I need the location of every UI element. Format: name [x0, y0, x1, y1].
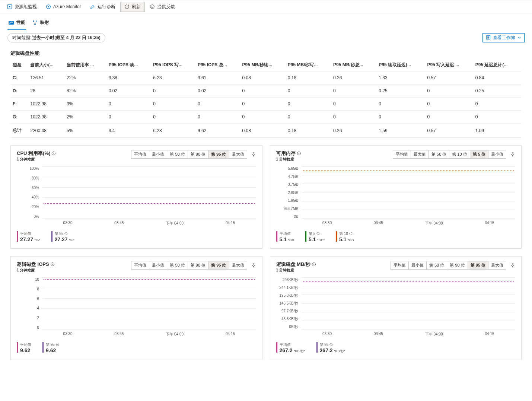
disk-cell: 0 — [151, 98, 195, 111]
legend-color-bar — [336, 231, 337, 242]
disk-cell: 0.02 — [195, 85, 240, 98]
pin-icon[interactable] — [251, 263, 256, 268]
stat-button[interactable]: 最小值 — [149, 150, 167, 158]
disk-col-header[interactable]: P95 MB/秒总... — [331, 59, 376, 71]
stat-button[interactable]: 最大值 — [488, 261, 506, 269]
disk-cell: 0.25 — [376, 85, 425, 98]
chart-title: 逻辑磁盘 IOPSi — [17, 261, 54, 268]
disk-col-header[interactable]: P95 MB/秒写... — [286, 59, 331, 71]
disk-cell: 0 — [425, 111, 473, 124]
disk-col-header[interactable]: 磁盘 — [10, 59, 28, 71]
stat-button[interactable]: 第 95 位 — [208, 261, 229, 269]
stat-button[interactable]: 平均值 — [393, 150, 411, 158]
azure-monitor-button[interactable]: Azure Monitor — [42, 2, 85, 11]
disk-col-header[interactable]: P95 写入延迟 ... — [425, 59, 473, 71]
disk-cell: C: — [10, 71, 28, 85]
stat-button[interactable]: 第 90 位 — [188, 150, 208, 158]
stat-button[interactable]: 第 50 位 — [167, 150, 188, 158]
disk-col-header[interactable]: P95 MB/秒读... — [240, 59, 286, 71]
toolbar-label: 刷新 — [132, 4, 141, 10]
stat-button[interactable]: 最小值 — [488, 150, 506, 158]
legend-color-bar — [276, 342, 277, 353]
stat-button[interactable]: 第 90 位 — [447, 261, 468, 269]
disk-cell: F: — [10, 98, 28, 111]
stat-button[interactable]: 第 90 位 — [188, 261, 208, 269]
time-range-pill[interactable]: 时间范围: 过去一小时(截至 4 月 22 日 16:25) — [7, 33, 105, 42]
legend-value: 27.27 *%* — [20, 236, 40, 242]
chart-granularity: 1 分钟粒度 — [276, 157, 301, 162]
info-icon[interactable]: i — [52, 152, 55, 155]
stat-button[interactable]: 最大值 — [229, 261, 247, 269]
chart-card: CPU 利用率(%)i1 分钟粒度平均值最小值第 50 位第 90 位第 95 … — [10, 145, 262, 249]
stat-button[interactable]: 平均值 — [131, 150, 149, 158]
resource-group-icon — [7, 4, 12, 9]
x-tick: 03:45 — [374, 332, 383, 337]
stat-button[interactable]: 最大值 — [229, 150, 247, 158]
y-tick: 4.7GB — [276, 175, 299, 179]
stat-button[interactable]: 第 10 位 — [449, 150, 470, 158]
disk-col-header[interactable]: P95 IOPS 写... — [151, 59, 195, 71]
info-icon[interactable]: i — [297, 152, 301, 155]
x-tick: 03:30 — [63, 332, 72, 337]
legend-item: 平均值5.1 *GB — [276, 231, 294, 242]
map-icon — [32, 20, 38, 26]
chart-legends: 平均值5.1 *GB第 5 位5.1 *GB*第 10 位5.1 *GB — [276, 231, 516, 242]
x-tick: 03:45 — [114, 221, 124, 226]
stat-button[interactable]: 第 50 位 — [427, 261, 447, 269]
y-tick: 3.7GB — [276, 182, 299, 187]
diagnose-button[interactable]: 运行诊断 — [86, 2, 120, 12]
table-row: G:1022.982%000000000 — [10, 111, 522, 124]
feedback-button[interactable]: 提供反馈 — [146, 2, 179, 12]
disk-cell: 2% — [64, 111, 106, 124]
svg-point-5 — [151, 6, 152, 6]
disk-cell: 0 — [151, 111, 195, 124]
chart-title: 逻辑磁盘 MB/秒i — [276, 261, 316, 268]
legend-value: 267.2 *KB/秒* — [320, 347, 345, 354]
stat-button[interactable]: 第 5 位 — [470, 150, 488, 158]
disk-col-header[interactable]: P95 读取延迟(... — [376, 59, 425, 71]
toolbar: 资源组监视 Azure Monitor 运行诊断 刷新 提供反馈 — [0, 0, 532, 13]
y-tick: 4 — [17, 306, 39, 310]
view-workbook-button[interactable]: 查看工作簿 — [482, 33, 525, 42]
disk-cell: D: — [10, 85, 28, 98]
disk-cell: 6.23 — [151, 71, 195, 85]
disk-col-header[interactable]: P95 IOPS 读... — [106, 59, 151, 71]
refresh-button[interactable]: 刷新 — [120, 2, 145, 12]
disk-cell: 0 — [195, 98, 240, 111]
info-icon[interactable]: i — [51, 262, 54, 266]
tab-map[interactable]: 映射 — [31, 18, 50, 30]
disk-col-header[interactable]: P95 IOPS 总... — [195, 59, 240, 71]
stat-button[interactable]: 平均值 — [391, 261, 409, 269]
stat-button[interactable]: 最小值 — [149, 261, 167, 269]
performance-icon — [8, 20, 14, 26]
resource-group-monitor-button[interactable]: 资源组监视 — [3, 2, 41, 12]
disk-cell: 126.51 — [28, 71, 64, 85]
stat-button[interactable]: 第 50 位 — [429, 150, 449, 158]
y-tick: 6 — [17, 297, 39, 301]
stat-button[interactable]: 第 95 位 — [468, 261, 488, 269]
x-tick: 03:30 — [63, 221, 72, 226]
y-tick: 0B — [276, 214, 299, 219]
tab-performance[interactable]: 性能 — [7, 18, 26, 30]
stat-button[interactable]: 最小值 — [409, 261, 427, 269]
pin-icon[interactable] — [251, 152, 256, 157]
legend-label: 第 95 位 — [55, 231, 75, 236]
disk-col-header[interactable]: 当前大小(... — [28, 59, 64, 71]
x-tick: 下午 04:00 — [425, 332, 443, 337]
disk-cell: 0 — [286, 85, 331, 98]
y-tick: 97.7KB/秒 — [276, 309, 299, 314]
table-row: 总计2200.485%3.46.239.620.080.180.261.590.… — [10, 124, 522, 138]
stat-button[interactable]: 第 95 位 — [208, 150, 229, 158]
stat-button[interactable]: 最大值 — [411, 150, 429, 158]
y-tick: 20% — [17, 205, 39, 209]
toolbar-label: 运行诊断 — [98, 4, 115, 10]
info-icon[interactable]: i — [312, 262, 316, 266]
pin-icon[interactable] — [510, 263, 515, 268]
stat-button[interactable]: 平均值 — [131, 261, 149, 269]
chart-legends: 平均值27.27 *%*第 95 位27.27 *%* — [17, 231, 256, 242]
stat-button[interactable]: 第 50 位 — [167, 261, 188, 269]
disk-col-header[interactable]: 当前使用率 ... — [64, 59, 106, 71]
disk-col-header[interactable]: P95 延迟总计(... — [473, 59, 522, 71]
disk-cell: 0 — [240, 85, 286, 98]
pin-icon[interactable] — [510, 152, 515, 157]
